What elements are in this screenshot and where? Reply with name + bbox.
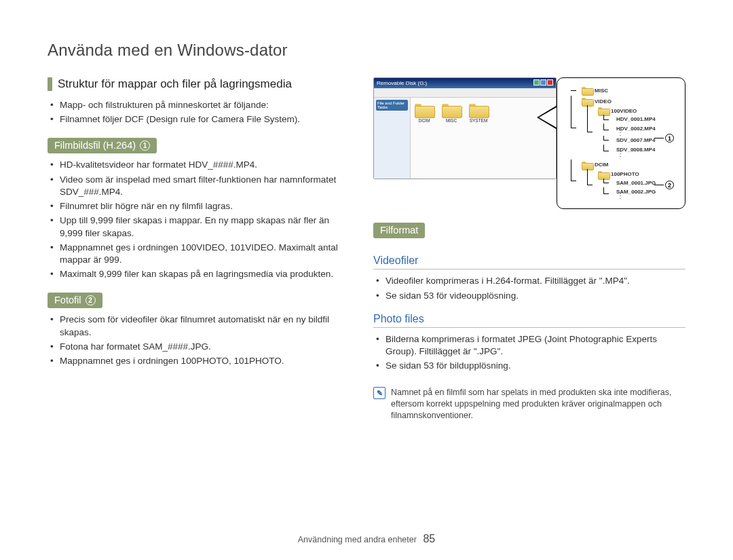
tree-file: SAM_0001.JPG — [616, 180, 656, 186]
film-badge-label: Filmbildsfil (H.264) — [54, 140, 136, 151]
page-root: Använda med en Windows-dator Struktur fö… — [0, 0, 733, 442]
foto-list: Precis som för videofiler ökar filnumret… — [48, 314, 350, 367]
videofiler-subheading: Videofiler — [373, 255, 685, 269]
list-item: Filnumret blir högre när en ny filmfil l… — [60, 200, 350, 212]
circled-number-icon: 1 — [665, 134, 674, 143]
tree-label: MISC — [595, 88, 608, 94]
diagram: Removable Disk (G:) File and Folder Task… — [373, 77, 685, 209]
left-column: Struktur för mappar och filer på lagring… — [48, 77, 350, 422]
ellipsis-icon: ⋮ — [614, 195, 678, 198]
folder-item: DCIM — [415, 102, 434, 175]
list-item: Se sidan 53 för videoupplösning. — [386, 290, 685, 302]
list-item: Videofiler komprimeras i H.264-format. F… — [386, 275, 685, 287]
window-sidebar: File and Folder Tasks — [374, 98, 411, 179]
intro-item: Filnamnet följer DCF (Design rule for Ca… — [60, 113, 350, 126]
tree-label: 100VIDEO — [611, 108, 637, 114]
explorer-thumbnail: Removable Disk (G:) File and Folder Task… — [373, 77, 557, 179]
note-icon: ✎ — [373, 387, 386, 399]
footer-section: Användning med andra enheter — [298, 535, 417, 544]
videofiler-list: Videofiler komprimeras i H.264-format. F… — [373, 275, 685, 301]
list-item: HD-kvalitetsvideor har formatet HDV_####… — [60, 159, 350, 171]
window-buttons-icon — [533, 79, 553, 87]
folder-icon — [582, 86, 593, 94]
tree-diagram: MISC VIDEO 100VIDEO HDV_0001.MP4 HDV_000… — [557, 77, 685, 209]
window-title: Removable Disk (G:) — [377, 80, 427, 86]
ellipsis-icon: ⋮ — [614, 153, 678, 155]
intro-list: Mapp- och filstrukturen på minneskortet … — [48, 99, 350, 126]
folder-icon — [469, 102, 488, 117]
filformat-badge: Filformat — [373, 223, 425, 238]
window-toolbar — [374, 88, 556, 98]
window-body: File and Folder Tasks DCIM MISC SYSTEM — [374, 98, 556, 179]
film-list: HD-kvalitetsvideor har formatet HDV_####… — [48, 159, 350, 280]
foto-badge-label: Fotofil — [54, 295, 81, 305]
list-item: Maximalt 9,999 filer kan skapas på en la… — [60, 268, 350, 280]
tree-label: DCIM — [595, 162, 608, 168]
tree-label: 100PHOTO — [611, 171, 639, 177]
photofiles-subheading: Photo files — [373, 313, 685, 328]
folder-icon — [415, 102, 434, 117]
tree-label: VIDEO — [595, 98, 612, 105]
folder-icon — [598, 107, 609, 115]
footer: Användning med andra enheter 85 — [0, 533, 733, 545]
list-item: Precis som för videofiler ökar filnumret… — [60, 314, 350, 338]
folder-item: SYSTEM — [469, 102, 488, 175]
list-item: Mappnamnet ges i ordningen 100PHOTO, 101… — [60, 355, 350, 367]
note-text: Namnet på en filmfil som har spelats in … — [391, 387, 685, 422]
tree-file: SDV_0007.MP4 — [616, 137, 655, 143]
folder-tree: MISC VIDEO 100VIDEO HDV_0001.MP4 HDV_000… — [565, 85, 678, 202]
window-titlebar: Removable Disk (G:) — [374, 78, 556, 88]
intro-item: Mapp- och filstrukturen på minneskortet … — [60, 99, 350, 111]
folder-icon — [582, 161, 593, 169]
list-item: Bilderna komprimeras i formatet JPEG (Jo… — [386, 333, 685, 358]
section-heading: Struktur för mappar och filer på lagring… — [48, 77, 350, 91]
page-number: 85 — [423, 533, 435, 544]
callout-number: 1 — [654, 134, 674, 143]
callout-arrow-icon — [537, 105, 557, 130]
film-badge: Filmbildsfil (H.264) 1 — [48, 138, 157, 153]
list-item: Upp till 9,999 filer skapas i mappar. En… — [60, 214, 350, 239]
foto-badge: Fotofil 2 — [48, 293, 102, 308]
folder-label: DCIM — [415, 118, 434, 123]
note-box: ✎ Namnet på en filmfil som har spelats i… — [373, 387, 685, 422]
list-item: Fotona har formatet SAM_####.JPG. — [60, 341, 350, 353]
folder-label: MISC — [442, 118, 461, 123]
circled-number-icon: 2 — [665, 181, 674, 189]
list-item: Video som är inspelad med smart filter-f… — [60, 174, 350, 198]
folder-icon — [442, 102, 461, 117]
right-column: Removable Disk (G:) File and Folder Task… — [373, 77, 685, 422]
tree-file: HDV_0001.MP4 — [616, 116, 656, 122]
list-item: Se sidan 53 för bildupplösning. — [386, 360, 685, 372]
circled-number-icon: 1 — [140, 141, 150, 151]
list-item: Mappnamnet ges i ordningen 100VIDEO, 101… — [60, 242, 350, 266]
folder-item: MISC — [442, 102, 461, 175]
callout-number: 2 — [654, 181, 674, 189]
circled-number-icon: 2 — [86, 295, 96, 305]
folder-label: SYSTEM — [469, 118, 488, 123]
photofiles-list: Bilderna komprimeras i formatet JPEG (Jo… — [373, 333, 685, 373]
window-main: DCIM MISC SYSTEM — [411, 98, 556, 179]
page-title: Använda med en Windows-dator — [48, 41, 685, 60]
columns: Struktur för mappar och filer på lagring… — [48, 77, 685, 422]
sidebar-header: File and Folder Tasks — [376, 100, 408, 111]
folder-icon — [598, 170, 609, 179]
folder-icon — [582, 97, 593, 105]
